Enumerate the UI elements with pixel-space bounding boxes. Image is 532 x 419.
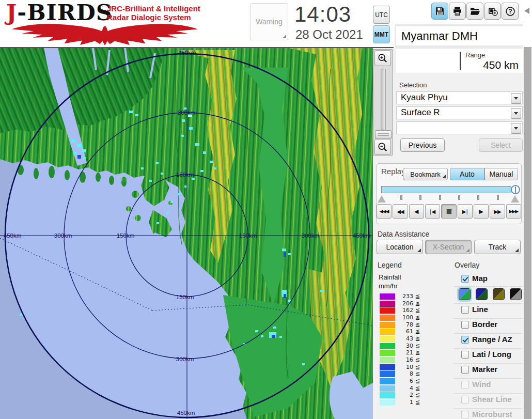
- map-style-swatch-1[interactable]: [459, 288, 471, 300]
- overlay-checkbox-line[interactable]: [461, 306, 469, 314]
- rewind-button[interactable]: ◀◀: [393, 204, 408, 219]
- legend-suffix: ≦: [415, 378, 420, 384]
- print-button[interactable]: [449, 3, 466, 20]
- site-dropdown[interactable]: Kyauk Phyu: [396, 91, 523, 104]
- zoom-slider-track[interactable]: [381, 69, 386, 130]
- bookmark-button[interactable]: Bookmark: [403, 168, 448, 180]
- zoom-slider-handle[interactable]: [375, 130, 392, 139]
- stop-button[interactable]: ■: [441, 204, 456, 219]
- overlay-checkbox-range-az[interactable]: [461, 336, 469, 344]
- mmt-button[interactable]: MMT: [373, 25, 390, 43]
- legend-swatch: [380, 350, 395, 356]
- legend-value: 162: [396, 307, 413, 314]
- save-button[interactable]: [431, 3, 448, 20]
- extra-dropdown[interactable]: [396, 121, 523, 134]
- legend-swatch: [380, 385, 395, 392]
- station-name-box: Myanmar DMH: [396, 26, 523, 45]
- legend-swatch: [380, 336, 395, 342]
- station-name: Myanmar DMH: [401, 29, 478, 43]
- legend-suffix: ≦: [415, 293, 420, 300]
- replay-progress-bar[interactable]: [381, 186, 511, 193]
- fastest-forward-button[interactable]: ▶▶▶: [506, 204, 521, 219]
- overlay-label: Overlay: [455, 261, 479, 269]
- open-folder-button[interactable]: [466, 3, 483, 20]
- overlay-item-lati-long[interactable]: Lati / Long: [472, 350, 511, 359]
- overlay-item-map[interactable]: Map: [472, 274, 488, 283]
- warning-button[interactable]: Warning: [250, 3, 288, 40]
- auto-button[interactable]: Auto: [450, 168, 484, 180]
- xsection-button[interactable]: X-Section: [425, 240, 472, 254]
- ring-label-150-left: 150km: [117, 232, 135, 239]
- chevron-down-icon: [514, 97, 518, 100]
- legend-swatch: [380, 371, 395, 377]
- site-dropdown-arrow[interactable]: [511, 93, 521, 104]
- collapse-panel-arrow-icon[interactable]: [524, 8, 529, 14]
- legend-suffix: ≦: [415, 364, 420, 370]
- legend-value: 16: [396, 356, 413, 363]
- legend-swatch: [380, 399, 395, 406]
- play-reverse-button[interactable]: ◀: [409, 204, 424, 219]
- map-style-swatch-4[interactable]: [510, 288, 522, 300]
- location-button[interactable]: Location: [377, 240, 423, 254]
- replay-range-end-marker[interactable]: [511, 195, 519, 203]
- manual-button[interactable]: Manual: [484, 168, 518, 180]
- ring-label-450-right: 450km: [353, 232, 371, 239]
- product-dropdown-arrow[interactable]: [511, 108, 521, 119]
- location-label: Location: [386, 243, 414, 251]
- replay-range-start-marker[interactable]: [378, 195, 386, 203]
- step-back-button[interactable]: |◀: [425, 204, 440, 219]
- previous-button[interactable]: Previous: [400, 138, 445, 152]
- ring-label-300-bottom: 300km: [176, 356, 194, 362]
- add-image-icon: [487, 6, 498, 17]
- fast-rewind-button[interactable]: ◀◀◀: [377, 204, 392, 219]
- overlay-item-line[interactable]: Line: [472, 305, 488, 314]
- play-button[interactable]: ▶: [474, 204, 489, 219]
- legend-suffix: ≦: [415, 328, 420, 335]
- replay-slider-handle[interactable]: [511, 185, 520, 194]
- ring-label-450-left: 450km: [4, 232, 22, 239]
- open-folder-icon: [470, 6, 480, 17]
- logo-letter-j: J: [6, 0, 17, 25]
- legend-swatch: [380, 392, 395, 398]
- legend-swatch: [380, 364, 395, 370]
- map-style-swatch-3[interactable]: [493, 288, 505, 300]
- overlay-item-marker[interactable]: Marker: [472, 365, 497, 374]
- utc-label: UTC: [375, 11, 388, 19]
- replay-label: Replay: [381, 167, 405, 176]
- save-icon: [434, 6, 445, 17]
- utc-button[interactable]: UTC: [373, 6, 390, 24]
- overlay-item-wind: Wind: [472, 380, 491, 389]
- radar-map[interactable]: 450km 300km 150km 150km 300km 450km 450k…: [0, 48, 373, 419]
- ring-label-150-top: 150km: [176, 172, 194, 178]
- legend-swatch: [380, 357, 395, 363]
- xsection-label: X-Section: [433, 243, 464, 251]
- help-button[interactable]: ?: [502, 3, 519, 20]
- select-button[interactable]: Select: [479, 138, 523, 152]
- overlay-item-microburst: Microburst: [472, 410, 512, 418]
- overlay-item-range-az[interactable]: Range / AZ: [472, 335, 512, 344]
- overlay-checkbox-border[interactable]: [461, 321, 469, 329]
- toolbar-underline: [396, 23, 523, 23]
- legend-value: 206: [396, 300, 413, 307]
- legend-value: 6: [396, 378, 413, 384]
- overlay-checkbox-map[interactable]: [461, 275, 469, 283]
- overlay-checkbox-marker[interactable]: [461, 366, 469, 374]
- legend-value: 10: [396, 364, 413, 370]
- panel-scroll-strip[interactable]: [524, 47, 531, 419]
- zoom-in-button[interactable]: [374, 50, 391, 66]
- add-image-button[interactable]: [484, 3, 501, 20]
- step-forward-button[interactable]: ▶|: [458, 204, 473, 219]
- product-dropdown[interactable]: Surface R: [396, 106, 523, 119]
- extra-dropdown-arrow[interactable]: [511, 123, 521, 134]
- overlay-item-border[interactable]: Border: [472, 320, 497, 329]
- legend-title-line2: mm/hr: [379, 282, 398, 290]
- legend-value: 2: [396, 392, 413, 398]
- zoom-out-button[interactable]: [374, 139, 391, 155]
- overlay-divider: [453, 363, 523, 364]
- legend-swatch: [380, 329, 395, 335]
- track-button[interactable]: Track: [474, 240, 521, 254]
- fast-forward-button[interactable]: ▶▶: [490, 204, 505, 219]
- map-style-swatch-2[interactable]: [476, 288, 488, 300]
- overlay-divider: [453, 318, 523, 319]
- overlay-checkbox-lati-long[interactable]: [461, 351, 469, 359]
